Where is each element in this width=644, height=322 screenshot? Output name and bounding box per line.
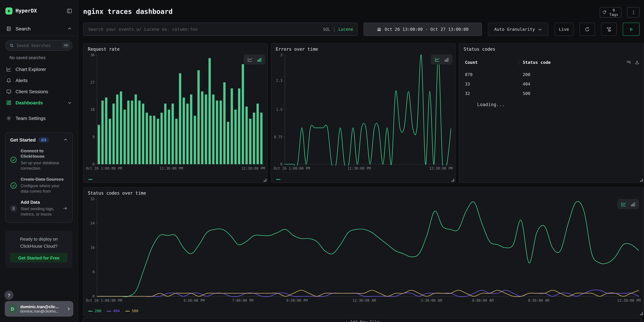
status-codes-over-time-chart[interactable]: 08162432Oct 26 1:00:00 PM4:30:00 PM7:00:… [86, 196, 641, 304]
svg-text:12:30:00 PM: 12:30:00 PM [242, 166, 265, 170]
svg-text:3: 3 [280, 53, 282, 57]
help-button[interactable]: ? [4, 290, 14, 300]
sidebar-collapse-icon[interactable] [66, 8, 72, 14]
count-cell: 32 [465, 89, 523, 98]
legend-label: 200 [94, 309, 101, 313]
chevron-down-icon [68, 100, 72, 104]
status-code-cell: 200 [523, 70, 530, 80]
live-button[interactable]: Live [554, 23, 574, 36]
dashboard-menu-button[interactable] [627, 7, 640, 18]
tile-resize-handle[interactable] [452, 179, 454, 182]
hyperdx-logo-icon [6, 7, 12, 14]
add-new-tile-button[interactable]: + Add New Tile [83, 318, 642, 322]
refresh-button[interactable] [580, 23, 595, 36]
chart-legend: 200404500 [88, 309, 138, 313]
legend-dash [125, 311, 130, 311]
date-range-value: Oct 26 13:00:00 - Oct 27 13:00:00 [385, 27, 469, 32]
get-started-free-button[interactable]: Get Started for Free [10, 253, 68, 262]
sidebar-item-search[interactable]: Search [0, 22, 78, 36]
user-menu[interactable]: D dominic.tran@clic... dominic.tran@clic… [5, 301, 73, 316]
tags-button[interactable]: 0 Tags [600, 7, 621, 18]
column-header-count[interactable]: Count [465, 60, 523, 65]
table-row[interactable]: 32 500 [465, 89, 638, 98]
chevron-up-icon[interactable] [64, 138, 68, 142]
run-query-button[interactable] [623, 23, 640, 36]
sidebar-item-label: Team Settings [16, 116, 72, 121]
svg-text:1.5: 1.5 [276, 108, 282, 112]
svg-text:7:00:00 PM: 7:00:00 PM [232, 298, 254, 302]
sidebar-item-label: Chart Explorer [16, 66, 72, 72]
status-code-cell: 404 [523, 80, 530, 89]
get-started-step-add-data[interactable]: 3 Add Data Start sending logs, metrics, … [10, 200, 68, 217]
legend-dash [88, 179, 92, 180]
bar-chart-toggle-icon[interactable] [444, 57, 449, 62]
step-desc: Start sending logs, metrics, or traces [20, 206, 59, 217]
check-circle-icon [10, 148, 17, 171]
get-started-step-sources[interactable]: Create Data Sources Configure where your… [10, 177, 68, 194]
tile-title: Status codes over time [88, 190, 146, 196]
line-chart-toggle-icon[interactable] [621, 202, 626, 207]
table-row[interactable]: 33 404 [465, 80, 638, 89]
sql-mode-toggle[interactable]: SQL [323, 27, 330, 32]
svg-text:36: 36 [90, 53, 94, 57]
column-header-status-code[interactable]: Status code [523, 60, 551, 65]
sidebar-item-label: Search [16, 26, 64, 31]
granularity-select[interactable]: Auto Granularity [488, 23, 548, 36]
event-search-input[interactable] [88, 26, 320, 32]
legend-item[interactable]: 404 [107, 309, 120, 313]
loading-text: Loading... [477, 102, 504, 107]
table-rows-icon[interactable] [626, 60, 631, 65]
shortcut-badge: ⌘K [62, 42, 70, 48]
saved-searches-input[interactable]: Saved Searches ⌘K [6, 40, 72, 51]
sidebar-item-client-sessions[interactable]: Client Sessions [0, 86, 78, 97]
svg-text:3:30:00 AM: 3:30:00 AM [421, 298, 442, 302]
line-chart-toggle-icon[interactable] [434, 57, 440, 62]
chart-legend [276, 179, 280, 180]
bar-chart-toggle-icon[interactable] [630, 202, 636, 206]
svg-text:6:00:00 AM: 6:00:00 AM [472, 298, 494, 302]
download-icon[interactable] [634, 60, 640, 65]
svg-text:0: 0 [92, 162, 94, 166]
sidebar-item-dashboards[interactable]: Dashboards [0, 97, 78, 108]
legend-item[interactable] [276, 179, 280, 180]
table-row[interactable]: 870 200 [465, 70, 638, 80]
errors-chart[interactable]: 00.751.52.33Oct 26 1:00:00 PM11:30:00 PM… [273, 52, 453, 172]
play-icon [629, 27, 634, 32]
line-chart-icon [6, 66, 12, 72]
search-icon [10, 43, 14, 48]
svg-text:9: 9 [92, 135, 94, 139]
tile-resize-handle[interactable] [640, 312, 643, 315]
step-title: Connect to ClickHouse [20, 148, 68, 159]
no-saved-searches-text: No saved searches [10, 56, 78, 60]
bar-chart-toggle-icon[interactable] [256, 57, 262, 62]
get-started-step-connect[interactable]: Connect to ClickHouse Set up your databa… [10, 148, 68, 171]
tile-resize-handle[interactable] [264, 179, 266, 182]
legend-item[interactable]: 500 [125, 309, 138, 313]
chevron-right-icon [66, 307, 70, 311]
line-chart-toggle-icon[interactable] [247, 57, 252, 62]
request-rate-chart[interactable]: 09182736Oct 26 1:00:00 PM11:30:00 PM12:3… [86, 52, 265, 172]
column-divider[interactable] [519, 60, 519, 65]
sidebar-nav: Chart Explorer Alerts Client Sessions Da… [0, 64, 78, 124]
status-codes-table: 870 200 33 404 32 500 [465, 70, 638, 98]
legend-item[interactable] [88, 179, 92, 180]
tile-resize-handle[interactable] [640, 179, 643, 182]
svg-text:Oct 26 1:00:00 PM: Oct 26 1:00:00 PM [86, 166, 122, 170]
avatar: D [8, 304, 18, 314]
sidebar-item-team-settings[interactable]: Team Settings [0, 112, 78, 124]
sidebar-item-chart-explorer[interactable]: Chart Explorer [0, 64, 78, 75]
legend-item[interactable]: 200 [88, 309, 101, 313]
refresh-icon [584, 26, 590, 32]
svg-text:9:30:00 PM: 9:30:00 PM [286, 298, 308, 302]
step-title: Create Data Sources [20, 177, 68, 182]
tile-status-codes: Status codes Count Status code 870 200 3… [459, 43, 644, 183]
lucene-mode-toggle[interactable]: Lucene [338, 27, 353, 32]
get-started-card: Get Started 2/3 Connect to ClickHouse Se… [5, 132, 73, 223]
filter-button[interactable] [601, 23, 617, 36]
date-range-picker[interactable]: Oct 26 13:00:00 - Oct 27 13:00:00 [364, 23, 482, 36]
sidebar-item-alerts[interactable]: Alerts [0, 75, 78, 86]
gear-icon [6, 116, 12, 121]
page-title: nginx traces dashboard [83, 8, 173, 16]
svg-text:16: 16 [90, 246, 94, 250]
svg-text:24: 24 [90, 221, 94, 225]
